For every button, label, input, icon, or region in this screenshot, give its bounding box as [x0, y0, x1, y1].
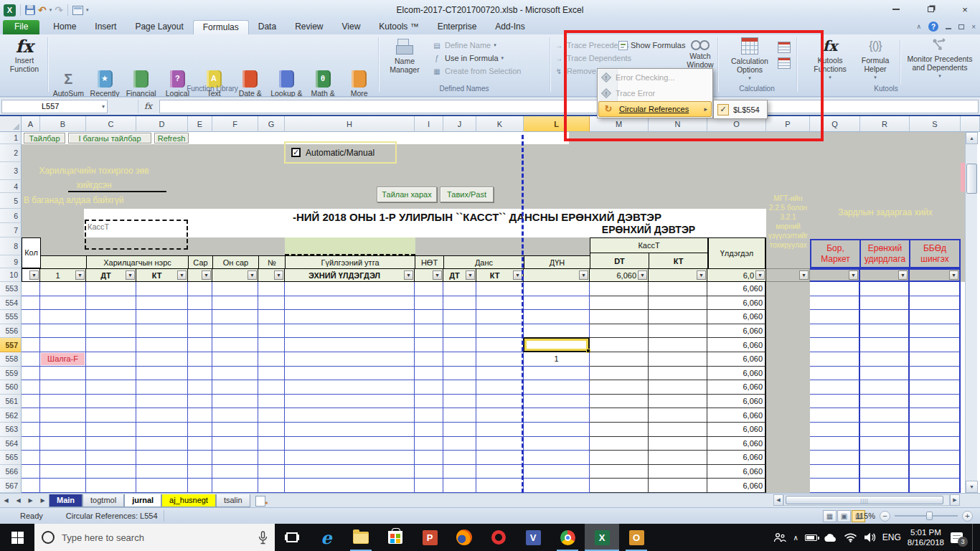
- cell-A560[interactable]: [22, 380, 40, 395]
- cell-I555[interactable]: [415, 310, 443, 324]
- cell-Q560[interactable]: [810, 380, 860, 395]
- cell-N563[interactable]: [649, 423, 707, 437]
- wifi-icon[interactable]: [844, 532, 857, 542]
- cell-E562[interactable]: [188, 408, 212, 423]
- ribbon-button-use-in-formula[interactable]: ƒUse in Formula▾: [432, 52, 504, 64]
- last-sheet-icon[interactable]: ▶: [37, 495, 49, 507]
- cell-Q564[interactable]: [810, 437, 860, 451]
- cell-H562[interactable]: [285, 408, 415, 423]
- horizontal-scrollbar[interactable]: ◀ |||| ▶: [773, 494, 960, 506]
- column-header-i[interactable]: I: [415, 116, 443, 132]
- cell-J556[interactable]: [443, 324, 476, 339]
- cell-F554[interactable]: [212, 296, 258, 311]
- column-header-c[interactable]: C: [86, 116, 136, 132]
- cell-C554[interactable]: [86, 296, 136, 311]
- clock[interactable]: 5:01 PM 8/16/2018: [908, 527, 944, 547]
- taskbar-app-explorer[interactable]: [344, 524, 378, 551]
- cell-M562[interactable]: [590, 408, 649, 423]
- cell-Q556[interactable]: [810, 324, 860, 339]
- first-sheet-icon[interactable]: ◀: [0, 495, 12, 507]
- cell-L562[interactable]: [524, 408, 590, 423]
- cell-O555[interactable]: 6,060: [707, 310, 766, 324]
- minimize-button[interactable]: [887, 3, 905, 16]
- cell-N553[interactable]: [649, 282, 707, 296]
- cell-A556[interactable]: [22, 324, 40, 339]
- row-header-2[interactable]: 2: [0, 144, 22, 162]
- cell-F566[interactable]: [212, 465, 258, 479]
- cell-G564[interactable]: [258, 437, 285, 451]
- cell-B553[interactable]: [40, 282, 86, 296]
- filter-dropdown-icon[interactable]: ▼: [638, 270, 647, 280]
- cell-S555[interactable]: [910, 310, 961, 324]
- ribbon-tab-kutools[interactable]: Kutools ™: [369, 20, 428, 34]
- cell-E556[interactable]: [188, 324, 212, 339]
- cell-J553[interactable]: [443, 282, 476, 296]
- cell-G559[interactable]: [258, 367, 285, 381]
- cell-C563[interactable]: [86, 423, 136, 437]
- cell-C566[interactable]: [86, 465, 136, 479]
- cell-R553[interactable]: [860, 282, 910, 296]
- cell-R558[interactable]: [860, 352, 910, 367]
- cell-S559[interactable]: [910, 367, 961, 381]
- zoom-slider-thumb[interactable]: [926, 512, 933, 520]
- cell-G560[interactable]: [258, 380, 285, 395]
- cell-P566[interactable]: [766, 465, 810, 479]
- row-header-3[interactable]: 3: [0, 162, 22, 180]
- cell-F567[interactable]: [212, 479, 258, 493]
- cell-P557[interactable]: [766, 338, 810, 352]
- filter-dropdown-icon[interactable]: ▼: [404, 270, 413, 280]
- cell-M556[interactable]: [590, 324, 649, 339]
- cell-N555[interactable]: [649, 310, 707, 324]
- active-cell[interactable]: [523, 337, 590, 352]
- cell-S554[interactable]: [910, 296, 961, 311]
- cell-G557[interactable]: [258, 338, 285, 352]
- cell-K559[interactable]: [476, 367, 524, 381]
- cell-N566[interactable]: [649, 465, 707, 479]
- column-header-s[interactable]: S: [910, 116, 961, 132]
- cell-A554[interactable]: [22, 296, 40, 311]
- cell-Q563[interactable]: [810, 423, 860, 437]
- cell-F561[interactable]: [212, 395, 258, 409]
- cell-R555[interactable]: [860, 310, 910, 324]
- cell-S561[interactable]: [910, 395, 961, 409]
- filter-dropdown-icon[interactable]: ▼: [177, 270, 187, 280]
- zoom-out-icon[interactable]: −: [880, 511, 890, 522]
- cell-I567[interactable]: [415, 479, 443, 493]
- cell-L564[interactable]: [524, 437, 590, 451]
- cell-F555[interactable]: [212, 310, 258, 324]
- cell-B555[interactable]: [40, 310, 86, 324]
- taskbar-app-edge[interactable]: e: [309, 524, 344, 551]
- ribbon-tab-data[interactable]: Data: [249, 20, 286, 34]
- cell-C556[interactable]: [86, 324, 136, 339]
- taskbar-app-excel[interactable]: X: [585, 524, 619, 551]
- cell-F562[interactable]: [212, 408, 258, 423]
- cell-J565[interactable]: [443, 451, 476, 465]
- language-indicator[interactable]: ENG: [882, 532, 901, 542]
- tavih-past-button[interactable]: Тавих/Past: [440, 187, 494, 202]
- cell-O566[interactable]: 6,060: [707, 465, 766, 479]
- cell-M563[interactable]: [590, 423, 649, 437]
- cell-H558[interactable]: [285, 352, 415, 367]
- cell-E561[interactable]: [188, 395, 212, 409]
- cell-A557[interactable]: [22, 338, 40, 352]
- onedrive-cloud-icon[interactable]: [824, 533, 837, 542]
- cell-P554[interactable]: [766, 296, 810, 311]
- cell-C555[interactable]: [86, 310, 136, 324]
- cell-J560[interactable]: [443, 380, 476, 395]
- cell-E566[interactable]: [188, 465, 212, 479]
- restore-button[interactable]: [921, 3, 940, 16]
- formula-helper-button[interactable]: {()} Formula Helper ▾: [855, 37, 895, 82]
- next-sheet-icon[interactable]: ▶: [24, 495, 37, 507]
- cell-F559[interactable]: [212, 367, 258, 381]
- cell-M567[interactable]: [590, 479, 649, 493]
- cell-P556[interactable]: [766, 324, 810, 339]
- cell-M558[interactable]: [590, 352, 649, 367]
- cell-K562[interactable]: [476, 408, 524, 423]
- cell-M565[interactable]: [590, 451, 649, 465]
- sheet-tab-jurnal[interactable]: jurnal: [124, 494, 161, 507]
- cell-R554[interactable]: [860, 296, 910, 311]
- cell-N556[interactable]: [649, 324, 707, 339]
- taskbar-search[interactable]: Type here to search: [34, 524, 275, 551]
- cell-E558[interactable]: [188, 352, 212, 367]
- cell-H563[interactable]: [285, 423, 415, 437]
